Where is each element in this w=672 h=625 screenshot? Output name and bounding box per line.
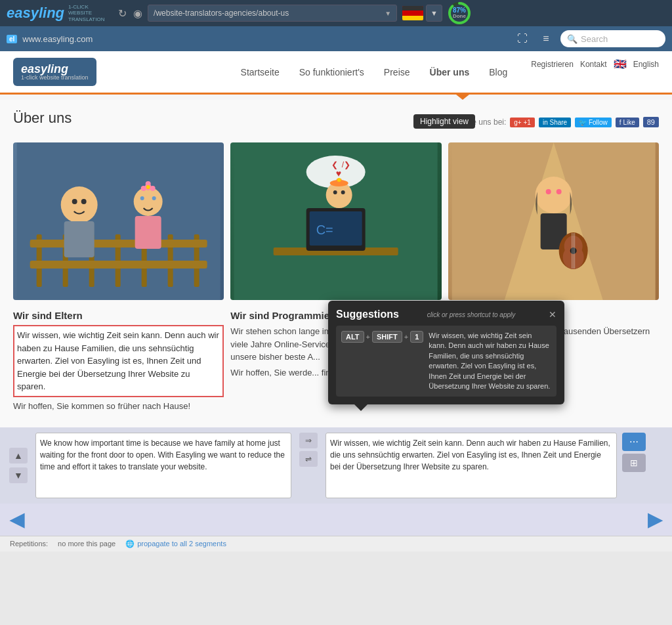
progress-svg (448, 1, 471, 25)
up-arrow-button[interactable]: ▲ (9, 448, 28, 463)
svg-point-18 (141, 186, 146, 191)
site-logo-sub: 1-click website translation (21, 75, 89, 81)
site-nav: Startseite So funktioniert's Preise Über… (241, 67, 508, 77)
svg-point-39 (337, 178, 341, 182)
svg-rect-24 (135, 216, 161, 249)
site-header: easyling 1-click website translation Reg… (0, 51, 672, 95)
image-row: ❮ ♥ /❯ C= (13, 142, 659, 300)
eye-icon[interactable]: ◉ (133, 7, 142, 20)
svg-point-14 (81, 199, 87, 204)
language-link[interactable]: English (633, 60, 659, 69)
repetitions-bar: Repetitions: no more this page 🌐 propaga… (0, 536, 672, 551)
search-box[interactable]: 🔍 Search (560, 30, 665, 47)
target-text: Wir wissen, wie wichtig Zeit sein kann. … (330, 439, 610, 471)
url-bar[interactable]: /website-translators-agencies/about-us ▼ (148, 5, 397, 22)
site-logo-container: easyling 1-click website translation (13, 58, 96, 86)
popup-arrow (354, 404, 368, 411)
svg-rect-11 (30, 261, 207, 269)
svg-point-19 (150, 186, 156, 191)
page-title: Über uns (13, 110, 72, 127)
source-text: We know how important time is because we… (40, 439, 285, 471)
number-key: 1 (410, 331, 423, 343)
header-right: Registrieren Kontakt 🇬🇧 English (531, 58, 659, 70)
menu-icon[interactable]: ≡ (537, 30, 555, 48)
lang-dropdown-button[interactable]: ▼ (426, 5, 442, 22)
suggestions-hint: click or press shortcut to apply (427, 311, 516, 318)
svg-point-12 (61, 186, 98, 223)
search-icon: 🔍 (567, 34, 578, 44)
col-parents-text: Wir wissen, wie wichtig Zeit sein kann. … (17, 329, 220, 393)
top-toolbar: easyling 1-CLICK WEBSITE TRANSLATION ↻ ◉… (0, 0, 672, 26)
url-dropdown-icon[interactable]: ▼ (385, 10, 391, 17)
refresh-icon[interactable]: ↻ (118, 7, 127, 20)
propagate-label: propagate to all 2 segments (137, 540, 226, 548)
browser-bar: el www.easyling.com ⛶ ≡ 🔍 Search (0, 26, 672, 51)
alt-key: ALT (341, 331, 364, 343)
svg-point-22 (140, 196, 144, 200)
nav-startseite[interactable]: Startseite (241, 67, 280, 77)
page-header-row: Über uns folgen Sie uns bei: g+ +1 in Sh… (13, 110, 659, 135)
logo-subtitle: 1-CLICK WEBSITE TRANSLATION (68, 4, 108, 23)
image-dreamers (448, 142, 659, 300)
col-parents-text2: Wir hoffen, Sie kommen so früher nach Ha… (13, 401, 224, 411)
suggestions-title: Suggestions (336, 309, 399, 320)
twitter-button[interactable]: 🐦 Follow (575, 118, 612, 127)
language-flag-small: 🇬🇧 (614, 58, 627, 70)
translation-row: ▲ ▼ We know how important time is becaus… (7, 433, 646, 498)
facebook-button[interactable]: f Like (616, 118, 639, 127)
site-url: www.easyling.com (22, 34, 93, 44)
nav-arrow-indicator (456, 95, 469, 100)
down-arrow-button[interactable]: ▼ (9, 467, 28, 483)
gplus-button[interactable]: g+ +1 (510, 118, 535, 127)
plus-sign-2: + (404, 333, 408, 341)
image-parents (13, 142, 224, 300)
svg-point-43 (556, 189, 561, 194)
svg-point-21 (146, 185, 150, 189)
nav-preise[interactable]: Preise (384, 67, 410, 77)
right-action-buttons: ⋯ ⊞ (622, 433, 646, 498)
propagate-link[interactable]: 🌐 propagate to all 2 segments (125, 540, 226, 548)
fullscreen-icon[interactable]: ⛶ (513, 30, 532, 48)
svg-point-42 (545, 189, 551, 194)
suggestions-close-button[interactable]: ✕ (549, 309, 556, 320)
col-parents: Wir sind Eltern Wir wissen, wie wichtig … (13, 310, 224, 411)
parents-illustration (13, 142, 224, 300)
logo-area: easyling 1-CLICK WEBSITE TRANSLATION (7, 4, 108, 23)
repetitions-label: Repetitions: (10, 540, 48, 548)
source-textarea[interactable]: We know how important time is because we… (35, 433, 291, 498)
save-translation-button[interactable]: ⋯ (622, 433, 646, 451)
highlight-tooltip: Highlight view (413, 114, 475, 129)
nav-funktioniert[interactable]: So funktioniert's (299, 67, 364, 77)
browser-bar-right: ⛶ ≡ 🔍 Search (513, 30, 665, 48)
nav-ueber-uns[interactable]: Über uns (430, 67, 470, 77)
copy-to-target-button[interactable]: ⇒ (299, 433, 318, 448)
suggestion-text: Wir wissen, wie wichtig Zeit sein kann. … (429, 331, 551, 391)
suggestion-item[interactable]: ALT + SHIFT + 1 Wir wissen, wie wichtig … (336, 326, 556, 397)
flag-german (402, 6, 423, 20)
language-selector[interactable]: ▼ (402, 5, 442, 22)
nav-blog[interactable]: Blog (489, 67, 507, 77)
svg-text:♥: ♥ (336, 168, 341, 179)
target-textarea[interactable]: Wir wissen, wie wichtig Zeit sein kann. … (326, 433, 617, 498)
grid-button[interactable]: ⊞ (622, 454, 646, 472)
logo-text: easyling (7, 5, 64, 22)
next-arrow-button[interactable]: ▶ (648, 509, 662, 530)
nav-indicator (0, 95, 672, 100)
nav-arrows-row: ◀ ▶ (0, 504, 672, 536)
kontakt-link[interactable]: Kontakt (580, 60, 607, 69)
svg-point-13 (72, 199, 77, 204)
site-logo: easyling 1-click website translation (13, 58, 96, 86)
suggestions-header: Suggestions click or press shortcut to a… (336, 309, 556, 320)
prev-arrow-button[interactable]: ◀ (10, 509, 24, 530)
repetitions-value: no more this page (58, 540, 116, 548)
linkedin-button[interactable]: in Share (539, 118, 571, 127)
facebook-count: 89 (643, 117, 659, 127)
registrieren-link[interactable]: Registrieren (531, 60, 574, 69)
swap-button[interactable]: ⇌ (299, 451, 318, 467)
svg-point-36 (341, 190, 345, 194)
translation-panel: ▲ ▼ We know how important time is becaus… (0, 427, 672, 504)
lang-dropdown-arrow: ▼ (430, 9, 438, 17)
shortcut-keys: ALT + SHIFT + 1 (341, 331, 423, 343)
svg-text:/❯: /❯ (342, 160, 350, 169)
svg-rect-15 (64, 221, 94, 257)
